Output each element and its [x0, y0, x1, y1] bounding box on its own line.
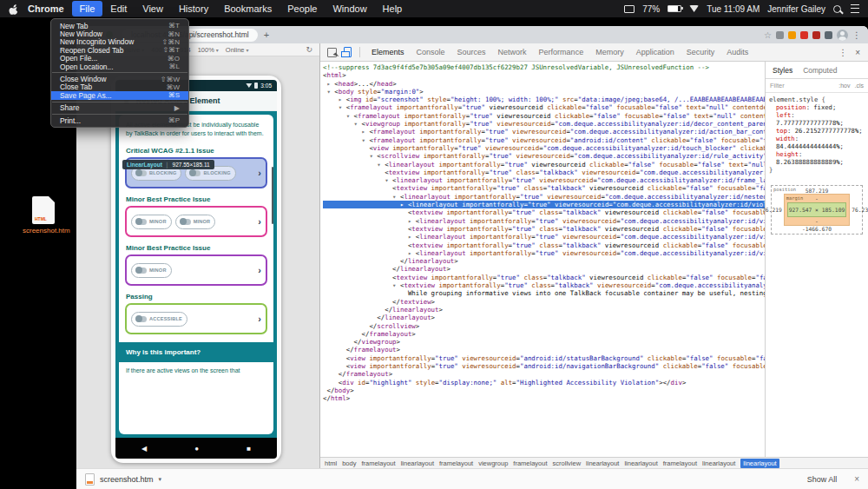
chevron-right-icon[interactable]: ›: [258, 266, 261, 275]
device-toolbar-toggle-icon[interactable]: [344, 47, 352, 57]
menu-history[interactable]: History: [171, 1, 216, 17]
devtools-tab-console[interactable]: Console: [411, 45, 451, 59]
elements-tree-line[interactable]: </body>: [323, 387, 765, 394]
breadcrumb-item[interactable]: linearlayout: [401, 459, 434, 467]
file-menu-item[interactable]: Close Tab⌘W: [51, 83, 188, 91]
devtools-menu-icon[interactable]: ⋮: [838, 48, 847, 57]
menubar-user[interactable]: Jennifer Gailey: [767, 4, 825, 14]
devtools-tab-network[interactable]: Network: [492, 45, 533, 59]
breadcrumb-item[interactable]: framelayout: [361, 459, 395, 467]
apple-menu[interactable]: [9, 3, 18, 15]
notification-center-icon[interactable]: [851, 4, 859, 13]
devtools-tab-elements[interactable]: Elements: [365, 45, 411, 59]
styles-filter-input[interactable]: Filter: [770, 82, 785, 89]
extension-icon-1[interactable]: [776, 31, 784, 39]
file-menu-item[interactable]: New Incognito Window⇧⌘N: [51, 38, 188, 46]
elements-tree-line[interactable]: <html>: [323, 71, 765, 79]
menu-window[interactable]: Window: [325, 1, 374, 17]
elements-tree-line[interactable]: </framelayout>: [323, 370, 765, 378]
breadcrumb-item[interactable]: linearlayout: [740, 459, 779, 468]
elements-tree-line[interactable]: <textview importantforally="true" class=…: [323, 241, 765, 249]
wifi-icon[interactable]: [689, 5, 699, 12]
hov-toggle[interactable]: :hov: [838, 83, 850, 89]
menu-people[interactable]: People: [279, 1, 325, 17]
chevron-right-icon[interactable]: ›: [258, 169, 261, 178]
menubar-clock[interactable]: Tue 11:09 AM: [707, 4, 760, 14]
extension-icon-4[interactable]: [812, 31, 820, 39]
elements-tree-line[interactable]: </html>: [323, 394, 765, 402]
file-menu-item[interactable]: Open File...⌘O: [51, 55, 188, 63]
css-property[interactable]: height: 8.26388888888889%;: [769, 150, 865, 166]
file-menu-item[interactable]: Save Page As...⌘S: [51, 91, 188, 99]
toggle-accessible[interactable]: ACCESSIBLE: [131, 312, 187, 327]
breadcrumb-item[interactable]: framelayout: [513, 459, 547, 467]
show-all-button[interactable]: Show All: [807, 475, 838, 484]
file-menu-item[interactable]: Close Window⇧⌘W: [51, 75, 188, 83]
new-tab-button[interactable]: +: [264, 30, 269, 40]
breadcrumb-item[interactable]: html: [325, 459, 337, 467]
elements-tree-line[interactable]: <textview importantforally="true" class=…: [323, 169, 765, 176]
menu-bookmarks[interactable]: Bookmarks: [216, 1, 279, 17]
menu-edit[interactable]: Edit: [102, 1, 135, 17]
elements-tree-line[interactable]: </linearlayout>: [323, 257, 765, 265]
rotate-device-icon[interactable]: ↻: [306, 45, 312, 54]
download-file-name[interactable]: screenshot.htm: [100, 475, 154, 484]
box-model[interactable]: position 587.219 76.219 margin - 927.547…: [771, 185, 863, 235]
extension-icon-5[interactable]: [825, 31, 832, 39]
inspect-element-icon[interactable]: [327, 48, 337, 57]
elements-tree-line[interactable]: <textview importantforally="true" class=…: [323, 184, 765, 192]
elements-tree-line[interactable]: ▾ <linearlayout importantforally="true" …: [323, 193, 765, 201]
app-menu-chrome[interactable]: Chrome: [20, 3, 72, 14]
android-recents-button[interactable]: ■: [247, 445, 251, 453]
extension-icon-2[interactable]: [788, 31, 796, 39]
breadcrumb-item[interactable]: linearlayout: [624, 459, 657, 467]
devtools-tab-security[interactable]: Security: [681, 45, 721, 59]
elements-tree[interactable]: <!--suppress 7d3ac9f4fd5e7b305a09ef4007d…: [320, 62, 765, 457]
elements-tree-line[interactable]: ▾ <linearlayout importantforally="true" …: [323, 161, 765, 169]
shelf-close-icon[interactable]: ×: [854, 474, 859, 484]
file-menu-item[interactable]: Open Location...⌘L: [51, 63, 188, 70]
elements-tree-line[interactable]: ▸ <linearlayout importantforally="true" …: [323, 249, 765, 257]
why-important-header[interactable]: Why is this important?: [119, 342, 273, 362]
elements-tree-line[interactable]: ▸ <linearlayout importantforally="true" …: [323, 201, 765, 208]
elements-tree-line[interactable]: <view importantforally="true" viewresour…: [323, 144, 765, 152]
cls-toggle[interactable]: .cls: [855, 83, 865, 89]
devtools-tab-memory[interactable]: Memory: [589, 45, 630, 59]
devtools-close-icon[interactable]: ×: [855, 48, 860, 57]
scrollbar-thumb[interactable]: [272, 167, 273, 224]
elements-tree-line[interactable]: <!--suppress 7d3ac9f4fd5e7b305a09ef4007d…: [323, 63, 765, 71]
bookmark-star-icon[interactable]: ☆: [764, 30, 772, 40]
elements-tree-line[interactable]: ▾ <viewgroup importantforally="true" vie…: [323, 120, 765, 128]
browser-menu-icon[interactable]: ⋮: [852, 30, 861, 40]
elements-tree-line[interactable]: </viewgroup>: [323, 338, 765, 346]
elements-tree-line[interactable]: ▸ <img id="screenshot" style="height: 10…: [323, 96, 765, 103]
toggle-minor[interactable]: MINOR: [131, 263, 172, 278]
spotlight-icon[interactable]: [833, 5, 841, 13]
breadcrumb-item[interactable]: framelayout: [663, 459, 697, 467]
elements-tree-line[interactable]: </linearlayout>: [323, 314, 765, 321]
elements-tree-line[interactable]: ▸ <linearlayout importantforally="true" …: [323, 233, 765, 241]
issue-box[interactable]: MINORMINOR›: [125, 206, 267, 237]
chevron-right-icon[interactable]: ›: [258, 314, 261, 324]
elements-tree-line[interactable]: <textview importantforally="true" class=…: [323, 274, 765, 281]
elements-tree-line[interactable]: ▾ <textview importantforally="true" clas…: [323, 281, 765, 289]
android-home-button[interactable]: ●: [194, 445, 199, 453]
elements-tree-line[interactable]: While grouping informative views into on…: [323, 289, 765, 297]
tab-styles[interactable]: Styles: [767, 64, 798, 76]
elements-tree-line[interactable]: ▾ <framelayout importantforally="true" v…: [323, 112, 765, 120]
elements-tree-line[interactable]: </textview>: [323, 298, 765, 306]
elements-tree-line[interactable]: <textview importantforally="true" class=…: [323, 208, 765, 216]
file-menu-item[interactable]: New Window⌘N: [51, 30, 188, 37]
extension-icon-3[interactable]: [800, 31, 808, 39]
menu-file[interactable]: File: [72, 1, 103, 17]
css-property[interactable]: top: 26.2152777777778%;: [769, 127, 865, 135]
menu-help[interactable]: Help: [375, 1, 411, 17]
elements-tree-line[interactable]: <view importantforally="true" viewresour…: [323, 354, 765, 362]
display-mirroring-icon[interactable]: [624, 5, 635, 13]
elements-tree-line[interactable]: ▾ <scrollview importantforally="true" vi…: [323, 152, 765, 160]
elements-tree-line[interactable]: ▾ <body style="margin:0">: [323, 88, 765, 96]
css-property[interactable]: position: fixed;: [769, 103, 865, 111]
devtools-tab-application[interactable]: Application: [630, 45, 681, 59]
breadcrumb-item[interactable]: linearlayout: [586, 459, 619, 467]
toggle-minor[interactable]: MINOR: [175, 215, 216, 229]
